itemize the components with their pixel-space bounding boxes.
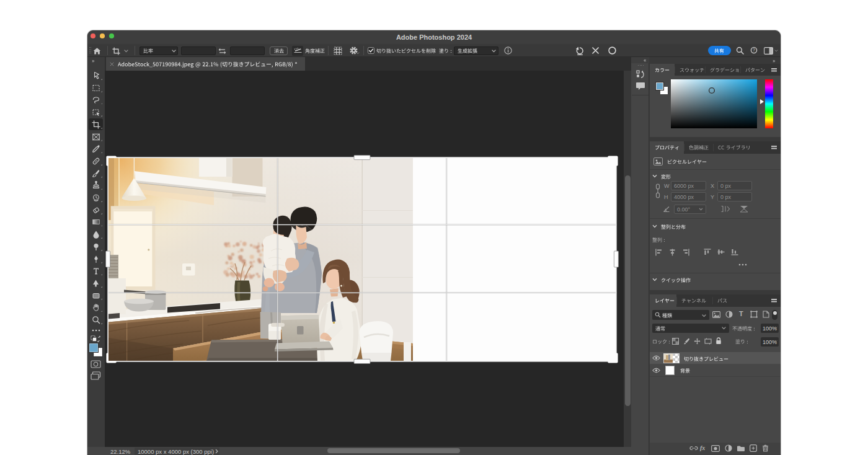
svg-text:?: ? (753, 48, 755, 52)
